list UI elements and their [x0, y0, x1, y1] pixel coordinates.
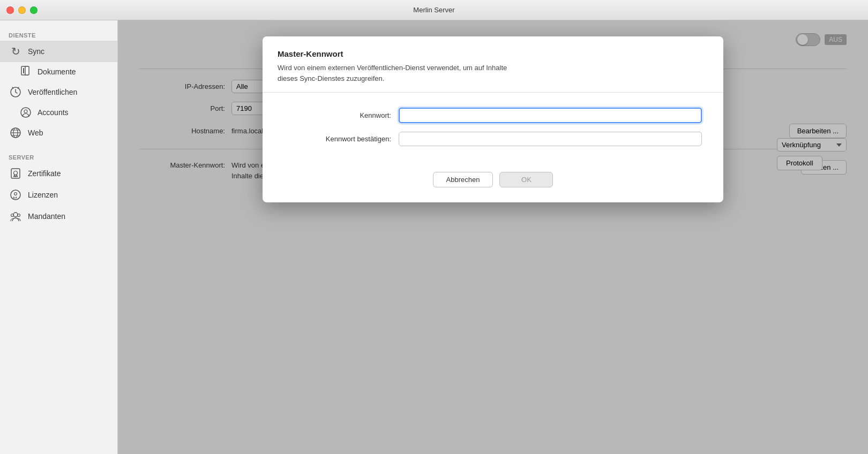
veroeffentlichen-icon — [9, 85, 23, 99]
sidebar-item-mandanten[interactable]: Mandanten — [0, 206, 117, 227]
modal-bestatigen-label: Kennwort bestätigen: — [284, 135, 391, 143]
svg-rect-2 — [25, 66, 29, 75]
main-content: AUS Verknüpfung Protokoll IP-Adressen: A… — [118, 20, 868, 454]
window-title: Merlin Server — [413, 6, 454, 14]
zertifikate-icon — [9, 167, 23, 180]
svg-rect-1 — [23, 68, 24, 73]
modal-kennwort-input[interactable] — [399, 108, 702, 123]
sidebar-item-dokumente[interactable]: Dokumente — [0, 62, 117, 81]
titlebar: Merlin Server — [0, 0, 868, 20]
sidebar-sync-label: Sync — [28, 47, 44, 56]
svg-point-16 — [13, 213, 18, 217]
modal-footer: Abbrechen OK — [263, 172, 723, 202]
abbrechen-button[interactable]: Abbrechen — [433, 172, 493, 187]
modal-dialog: Master-Kennwort Wird von einem externen … — [263, 36, 723, 202]
sidebar-item-accounts[interactable]: Accounts — [0, 103, 117, 122]
app-container: Dienste ↻ Sync Dokumente — [0, 20, 868, 454]
sidebar-item-lizenzen[interactable]: Lizenzen — [0, 184, 117, 206]
section-dienste-label: Dienste — [0, 29, 117, 41]
sidebar-item-sync[interactable]: ↻ Sync — [0, 41, 117, 62]
accounts-icon — [19, 106, 32, 119]
close-button[interactable] — [6, 6, 14, 14]
modal-kennwort-label: Kennwort: — [284, 111, 391, 119]
modal-description: Wird von einem externen Veröffentlichen-… — [278, 63, 708, 84]
sidebar-dokumente-label: Dokumente — [38, 67, 76, 76]
modal-kennwort-row: Kennwort: — [284, 108, 702, 123]
maximize-button[interactable] — [30, 6, 38, 14]
minimize-button[interactable] — [18, 6, 26, 14]
sidebar-item-zertifikate[interactable]: Zertifikate — [0, 163, 117, 184]
sidebar-web-label: Web — [28, 128, 43, 137]
sidebar: Dienste ↻ Sync Dokumente — [0, 20, 118, 454]
svg-point-15 — [14, 193, 17, 195]
mandanten-icon — [9, 209, 23, 223]
sidebar-item-web[interactable]: Web — [0, 122, 117, 143]
sidebar-item-veroeffentlichen[interactable]: Veröffentlichen — [0, 81, 117, 103]
svg-rect-11 — [11, 169, 20, 178]
modal-header: Master-Kennwort Wird von einem externen … — [263, 36, 723, 93]
ok-button[interactable]: OK — [499, 172, 553, 187]
lizenzen-icon — [9, 188, 23, 202]
section-server-label: Server — [0, 151, 117, 163]
sidebar-veroeffentlichen-label: Veröffentlichen — [28, 88, 77, 96]
modal-overlay: Master-Kennwort Wird von einem externen … — [118, 20, 868, 454]
svg-point-5 — [24, 110, 27, 113]
sync-icon: ↻ — [9, 44, 23, 58]
modal-bestatigen-input[interactable] — [399, 132, 702, 146]
sidebar-mandanten-label: Mandanten — [28, 212, 65, 221]
dokumente-icon — [19, 65, 32, 78]
web-icon — [9, 126, 23, 140]
sidebar-zertifikate-label: Zertifikate — [28, 169, 61, 178]
modal-body: Kennwort: Kennwort bestätigen: — [263, 93, 723, 172]
sidebar-lizenzen-label: Lizenzen — [28, 191, 58, 199]
traffic-lights — [6, 6, 38, 14]
svg-point-12 — [14, 171, 18, 175]
sidebar-accounts-label: Accounts — [38, 108, 69, 117]
modal-title: Master-Kennwort — [278, 49, 708, 58]
modal-bestatigen-row: Kennwort bestätigen: — [284, 132, 702, 146]
